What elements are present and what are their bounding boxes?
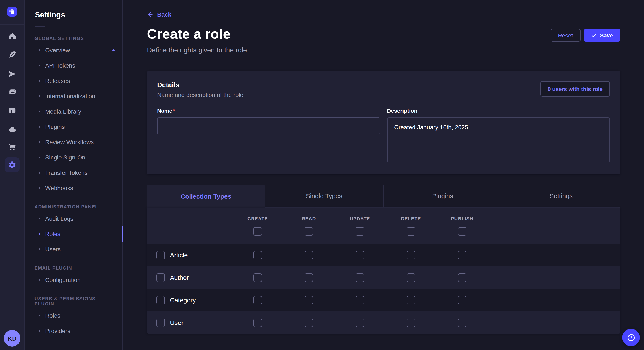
- article-publish-cell: [436, 251, 488, 259]
- permissions-panel: CREATEREADUPDATEDELETEPUBLISH ArticleAut…: [147, 207, 620, 334]
- bullet-icon: [39, 141, 40, 143]
- tab-settings[interactable]: Settings: [502, 184, 620, 207]
- sidebar-cloud-button[interactable]: [0, 125, 24, 134]
- author-publish-checkbox[interactable]: [458, 273, 466, 282]
- row-cells-user: [232, 311, 488, 334]
- cart-icon: [8, 143, 16, 151]
- strapi-admin-app: KD Settings GLOBAL SETTINGSOverviewAPI T…: [0, 0, 644, 350]
- nav-item-label: Internationalization: [45, 93, 95, 100]
- page-title: Create a role: [147, 26, 247, 42]
- users-with-role-button[interactable]: 0 users with this role: [540, 81, 610, 97]
- user-delete-checkbox[interactable]: [407, 318, 415, 327]
- nav-item-transfer-tokens[interactable]: Transfer Tokens: [25, 165, 122, 180]
- nav-item-single-sign-on[interactable]: Single Sign-On: [25, 150, 122, 165]
- bullet-icon: [39, 248, 40, 250]
- tab-collection-types[interactable]: Collection Types: [147, 184, 265, 207]
- details-card: Details Name and description of the role…: [147, 71, 620, 174]
- article-delete-checkbox[interactable]: [407, 251, 415, 259]
- article-read-checkbox[interactable]: [304, 251, 313, 259]
- nav-item-overview[interactable]: Overview: [25, 42, 122, 58]
- select-all-create-checkbox[interactable]: [254, 227, 262, 236]
- category-create-checkbox[interactable]: [254, 296, 262, 304]
- name-field-group: Name*: [157, 108, 380, 164]
- bullet-icon: [39, 95, 40, 97]
- bullet-icon: [39, 157, 40, 158]
- user-update-checkbox[interactable]: [356, 318, 364, 327]
- paper-plane-icon: [8, 70, 16, 78]
- reset-button[interactable]: Reset: [551, 29, 580, 42]
- category-publish-checkbox[interactable]: [458, 296, 466, 304]
- article-create-cell: [232, 251, 283, 259]
- user-publish-checkbox[interactable]: [458, 318, 466, 327]
- sidebar-layout-button[interactable]: [0, 106, 24, 115]
- article-select-checkbox[interactable]: [156, 251, 165, 259]
- iconbar-divider: [0, 24, 24, 25]
- sidebar-home-button[interactable]: [0, 31, 24, 41]
- nav-item-api-tokens[interactable]: API Tokens: [25, 58, 122, 73]
- column-header-publish: PUBLISH: [436, 216, 488, 221]
- nav-item-review-workflows[interactable]: Review Workflows: [25, 134, 122, 150]
- select-all-create-cell: [232, 227, 283, 236]
- help-button[interactable]: ?: [622, 329, 640, 346]
- column-header-delete: DELETE: [386, 216, 436, 221]
- strapi-logo[interactable]: [7, 7, 17, 16]
- description-textarea[interactable]: Created January 16th, 2025: [387, 117, 610, 163]
- author-select-checkbox[interactable]: [156, 273, 165, 282]
- column-header-label: UPDATE: [350, 216, 370, 221]
- sidebar-cart-button[interactable]: [0, 143, 24, 152]
- avatar[interactable]: KD: [4, 330, 20, 347]
- nav-item-media-library[interactable]: Media Library: [25, 104, 122, 119]
- nav-item-roles[interactable]: Roles: [25, 226, 122, 242]
- category-select-checkbox[interactable]: [156, 296, 165, 304]
- user-read-checkbox[interactable]: [304, 318, 313, 327]
- check-icon: [591, 32, 596, 38]
- select-all-update-cell: [334, 227, 386, 236]
- nav-item-label: Review Workflows: [45, 139, 94, 146]
- nav-item-configuration[interactable]: Configuration: [25, 272, 122, 288]
- save-label: Save: [600, 32, 613, 38]
- nav-item-providers[interactable]: Providers: [25, 323, 122, 339]
- nav-item-audit-logs[interactable]: Audit Logs: [25, 211, 122, 226]
- back-link[interactable]: Back: [147, 11, 172, 18]
- category-update-checkbox[interactable]: [356, 296, 364, 304]
- main-content: Back Create a role Define the rights giv…: [123, 0, 644, 350]
- layout-icon: [8, 106, 16, 115]
- name-input[interactable]: [157, 117, 380, 134]
- category-delete-checkbox[interactable]: [407, 296, 415, 304]
- sidebar-settings-button[interactable]: [5, 157, 20, 172]
- home-icon: [8, 32, 16, 40]
- user-publish-cell: [436, 318, 488, 327]
- user-select-checkbox[interactable]: [156, 318, 165, 327]
- nav-item-users[interactable]: Users: [25, 242, 122, 257]
- nav-item-plugins[interactable]: Plugins: [25, 119, 122, 134]
- question-mark-icon: ?: [626, 333, 636, 342]
- feather-icon: [8, 51, 16, 59]
- sidebar-images-button[interactable]: [0, 87, 24, 97]
- sidebar-paper-plane-button[interactable]: [0, 69, 24, 79]
- nav-item-roles[interactable]: Roles: [25, 308, 122, 323]
- bullet-icon: [39, 126, 40, 128]
- author-update-cell: [334, 273, 386, 282]
- column-select-all: [232, 227, 488, 236]
- select-all-delete-checkbox[interactable]: [407, 227, 415, 236]
- select-all-read-checkbox[interactable]: [304, 227, 313, 236]
- nav-item-webhooks[interactable]: Webhooks: [25, 180, 122, 196]
- select-all-update-checkbox[interactable]: [356, 227, 364, 236]
- user-create-checkbox[interactable]: [254, 318, 262, 327]
- author-delete-checkbox[interactable]: [407, 273, 415, 282]
- select-all-publish-checkbox[interactable]: [458, 227, 466, 236]
- article-create-checkbox[interactable]: [254, 251, 262, 259]
- article-update-checkbox[interactable]: [356, 251, 364, 259]
- author-read-checkbox[interactable]: [304, 273, 313, 282]
- nav-item-releases[interactable]: Releases: [25, 73, 122, 88]
- row-label-user: User: [170, 319, 183, 326]
- sidebar-feather-button[interactable]: [0, 50, 24, 59]
- author-update-checkbox[interactable]: [356, 273, 364, 282]
- author-create-checkbox[interactable]: [254, 273, 262, 282]
- nav-item-internationalization[interactable]: Internationalization: [25, 88, 122, 104]
- article-publish-checkbox[interactable]: [458, 251, 466, 259]
- tab-single-types[interactable]: Single Types: [265, 184, 383, 207]
- tab-plugins[interactable]: Plugins: [383, 184, 502, 207]
- category-read-checkbox[interactable]: [304, 296, 313, 304]
- save-button[interactable]: Save: [584, 29, 620, 42]
